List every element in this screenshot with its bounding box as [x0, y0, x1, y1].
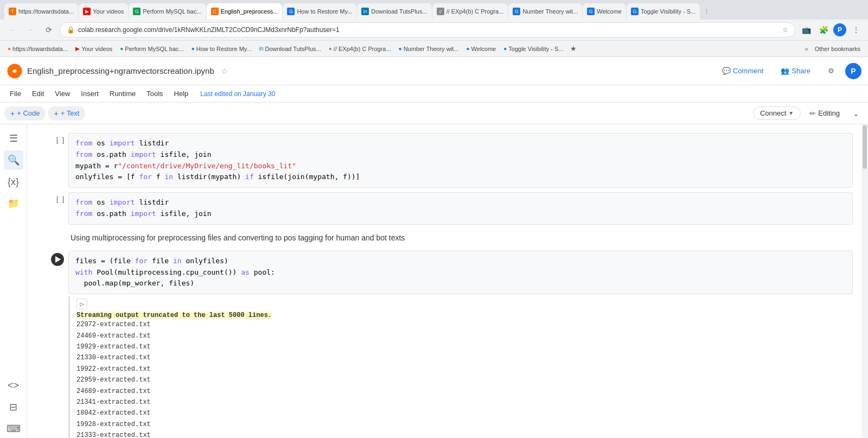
bookmark-mysql[interactable]: ● Perform MySQL bac...	[117, 45, 187, 53]
cell-3-code[interactable]: files = (file for file in onlyfiles) wit…	[68, 251, 853, 294]
tab-restore[interactable]: G How to Restore My...	[283, 3, 356, 20]
comment-label: Comment	[733, 67, 763, 75]
comment-button[interactable]: 💬 Comment	[716, 64, 770, 78]
text-cell-content: Using multiprocessing for preprocessing …	[68, 229, 853, 246]
output-header: ▷	[76, 299, 846, 309]
more-tabs-button[interactable]: ⋮	[700, 8, 713, 15]
menu-runtime[interactable]: Runtime	[104, 87, 141, 100]
tab-yourvideos[interactable]: ▶ Your videos	[79, 3, 128, 20]
bookmark-favicon-exp: ●	[329, 46, 332, 52]
cell-3-gutter	[36, 251, 68, 438]
bookmarks-star-icon[interactable]: ★	[568, 45, 579, 53]
bookmark-numtheory[interactable]: ● Number Theory wit...	[395, 45, 462, 53]
add-code-button[interactable]: + + Code	[4, 106, 46, 120]
bookmark-favicon-mysql: ●	[120, 46, 123, 52]
last-edited-label[interactable]: Last edited on January 30	[200, 90, 275, 98]
sidebar-terminal-icon[interactable]: ⊟	[4, 397, 23, 417]
settings-button[interactable]: ⚙	[821, 64, 841, 78]
notebook-filename[interactable]: English_preprocessing+ngramvectorscreati…	[27, 66, 214, 75]
bookmark-restore[interactable]: ● How to Restore My...	[188, 45, 255, 53]
bookmark-welcome[interactable]: ● Welcome	[463, 45, 500, 53]
collapse-button[interactable]: ⌄	[848, 107, 864, 120]
other-bookmarks[interactable]: Other bookmarks	[812, 45, 864, 53]
user-avatar[interactable]: P	[845, 63, 861, 79]
bookmark-label-download: Download TutsPlus...	[265, 46, 321, 52]
cell-3-run-button[interactable]	[51, 253, 64, 266]
output-expand-button[interactable]: ▷	[76, 299, 87, 309]
right-scrollbar[interactable]	[861, 124, 868, 438]
address-input[interactable]: 🔒 colab.research.google.com/drive/1kRNwK…	[60, 22, 795, 37]
cell-2-gutter: [ ]	[36, 192, 68, 225]
tab-favicon-toggle: G	[631, 8, 639, 15]
tab-label-colab: English_preprocess...	[221, 8, 278, 15]
extensions-icon[interactable]: 🧩	[816, 22, 831, 37]
output-file-10: 21333-extracted.txt	[76, 430, 846, 438]
tab-label-exp: // EXp4(b) C Progra...	[446, 8, 504, 15]
back-button[interactable]: ←	[4, 22, 20, 37]
tab-numtheory[interactable]: G Number Theory wit...	[508, 3, 582, 20]
profile-icon[interactable]: P	[833, 23, 846, 36]
add-text-button[interactable]: + + Text	[48, 106, 85, 120]
scrollbar-thumb[interactable]	[863, 125, 867, 169]
tab-toggle[interactable]: G Toggle Visibility - S...	[627, 3, 700, 20]
menu-tools[interactable]: Tools	[141, 87, 168, 100]
cell-2-bracket-open: [	[56, 195, 58, 203]
share-button[interactable]: 👥 Share	[774, 64, 817, 78]
bookmark-toggle[interactable]: ● Toggle Visibility - S...	[500, 45, 566, 53]
bookmarks-bar: ● https://towardsdata... ▶ Your videos ●…	[0, 40, 868, 56]
text-cell-body[interactable]: Using multiprocessing for preprocessing …	[68, 229, 853, 246]
menu-file[interactable]: File	[4, 87, 27, 100]
notebook-star[interactable]: ☆	[221, 67, 228, 75]
address-actions: 📺 🧩 P ⋮	[799, 22, 864, 37]
editing-label: Editing	[818, 109, 840, 117]
menu-help[interactable]: Help	[169, 87, 194, 100]
cell-2-content: from os import listdir from os.path impo…	[68, 192, 853, 225]
tab-colab[interactable]: C English_preprocess...	[207, 3, 283, 20]
tab-welcome[interactable]: G Welcome	[583, 3, 626, 20]
colab-body: ☰ 🔍 {x} 📁 <> ⊟ ⌨ [ ]	[0, 124, 868, 438]
connect-button[interactable]: Connect ▼	[753, 106, 801, 120]
bookmark-exp[interactable]: ● // EXp4(b) C Progra...	[326, 45, 394, 53]
more-bookmarks-button[interactable]: »	[803, 45, 810, 53]
tab-linkedin[interactable]: in Download TutsPlus...	[357, 3, 431, 20]
share-icon: 👥	[781, 67, 789, 75]
output-file-6: 24689-extracted.txt	[76, 386, 846, 397]
menu-edit[interactable]: Edit	[27, 87, 49, 100]
cell-1-container: [ ] from os import listdir from os.path …	[27, 133, 861, 188]
cell-1-code[interactable]: from os import listdir from os.path impo…	[68, 133, 853, 188]
sidebar-terminal2-icon[interactable]: ⌨	[4, 419, 23, 438]
menu-icon[interactable]: ⋮	[848, 22, 864, 37]
bookmark-towardsdata[interactable]: ● https://towardsdata...	[4, 45, 71, 53]
tab-label-mysql: Perform MySQL bac...	[143, 8, 201, 15]
bookmark-label-numtheory: Number Theory wit...	[404, 46, 459, 52]
tab-mysql[interactable]: G Perform MySQL bac...	[129, 3, 206, 20]
bookmark-label-toggle: Toggle Visibility - S...	[508, 46, 563, 52]
cell-2-code[interactable]: from os import listdir from os.path impo…	[68, 192, 853, 225]
tab-exp[interactable]: // // EXp4(b) C Progra...	[432, 3, 508, 20]
tab-label-numtheory: Number Theory wit...	[522, 8, 578, 15]
sidebar-search-icon[interactable]: 🔍	[4, 150, 23, 170]
reload-button[interactable]: ⟳	[41, 22, 56, 37]
add-code-label: + Code	[17, 109, 40, 117]
forward-button[interactable]: →	[23, 22, 38, 37]
notebook[interactable]: [ ] from os import listdir from os.path …	[27, 124, 861, 438]
sidebar-files-icon[interactable]: 📁	[4, 194, 23, 213]
sidebar-menu-icon[interactable]: ☰	[4, 129, 23, 148]
bookmark-label-exp: // EXp4(b) C Progra...	[334, 46, 391, 52]
cell-1-bracket-close: ]	[62, 136, 64, 144]
editing-button[interactable]: ✏ Editing	[803, 107, 846, 120]
bookmark-favicon-yourvideos: ▶	[75, 46, 80, 52]
menu-insert[interactable]: Insert	[75, 87, 104, 100]
output-file-7: 21341-extracted.txt	[76, 397, 846, 408]
star-icon[interactable]: ☆	[782, 26, 788, 34]
bookmark-download[interactable]: in Download TutsPlus...	[256, 45, 324, 53]
tab-favicon-colab: C	[211, 8, 219, 15]
menu-view[interactable]: View	[49, 87, 75, 100]
sidebar-variables-icon[interactable]: {x}	[4, 172, 23, 192]
bookmark-yourvideos[interactable]: ▶ Your videos	[72, 45, 116, 53]
cell-1-status	[59, 136, 61, 144]
tab-towardsdata[interactable]: T https://towardsdata...	[4, 3, 78, 20]
sidebar-code-icon[interactable]: <>	[4, 376, 23, 395]
cast-icon[interactable]: 📺	[799, 22, 814, 37]
tab-favicon-numtheory: G	[513, 8, 520, 15]
